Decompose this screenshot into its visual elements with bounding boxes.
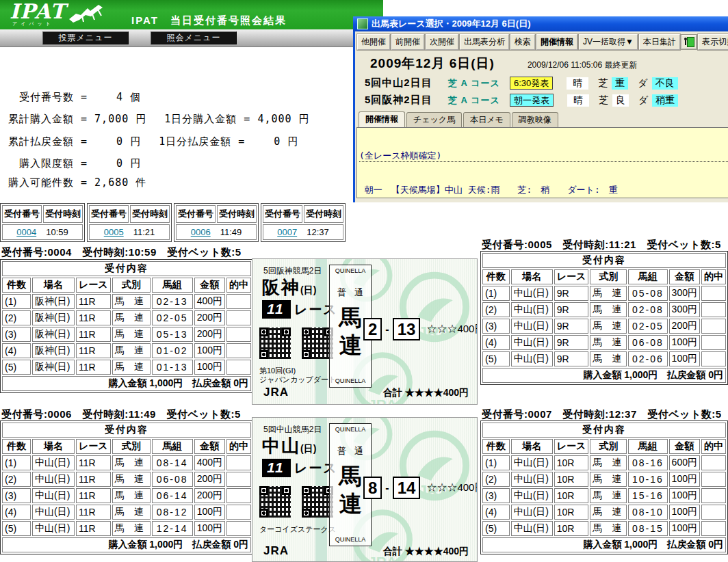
betting-ticket-nakayama: JRA JRA 5回中山競馬2日 中山(日) 11 レース ターコイズステークス… [252,417,478,562]
bet-cell: 中山(日) [32,505,75,520]
receipt-time: 12:37 [307,227,329,237]
bet-cell: 12-14 [152,521,193,536]
bet-cell: 100円 [669,521,700,536]
tab-today-memo[interactable]: 本日メモ [463,112,510,127]
receipt-link-0007[interactable]: 0007 [277,227,297,237]
ticket-race-title: ターコイズステークス [259,525,336,534]
date-heading: 2009年12月 6日(日) [370,55,495,72]
tab-meeting-info[interactable]: 開催情報 [359,111,405,127]
toolbar-jv-batch-button[interactable]: JV一括取得▼ [579,34,638,50]
bet-cell: 馬 連 [112,310,151,325]
bet-cell: 100円 [194,360,225,375]
bet-section-header-0007: 受付番号:0007 受付時刻:12:37 受付ベット数:5 [482,408,722,421]
bet-footer-totals: 購入金額 1,000円 払戻金額 0円 [2,537,251,552]
bet-cell [226,343,251,358]
col-horse-combo: 馬組 [628,269,668,284]
bet-cell: (4) [2,505,31,520]
meeting-info-panel[interactable]: (全レース枠順確定) 朝一 【天候馬場】中山 天候:雨 芝: 稍 ダート: 重 … [356,127,728,198]
bet-cell: 馬 連 [112,488,151,503]
tab-training-video[interactable]: 調教映像 [512,112,558,127]
col-count: 件数 [482,439,510,454]
bet-row: (2)中山(日)10R馬 連10-16100円 [482,472,726,487]
toolbar-next-meeting-button[interactable]: 次開催 [426,34,458,50]
bet-cell: 馬 連 [590,351,627,366]
vote-menu-button[interactable]: 投票メニュー [42,31,129,44]
receipt-link-0004[interactable]: 0004 [16,227,36,237]
inquiry-menu-button[interactable]: 照会メニュー [151,31,237,44]
bet-cell [701,335,726,350]
bet-cell: 100円 [194,505,225,520]
bet-cell: (4) [2,343,31,358]
bet-cell [226,310,251,325]
info-line: (全レース枠順確定) [359,150,728,162]
qr-code [259,327,291,359]
bet-cell [701,351,726,366]
toolbar-today-total-button[interactable]: 本日集計 [639,34,680,50]
col-hit: 的中 [226,278,251,293]
bet-cell [226,294,251,309]
receipt-time: 11:49 [220,227,242,237]
ticket-amount: ☆☆☆400円 [426,323,478,336]
toolbar-other-meeting-button[interactable]: 他開催 [357,34,390,50]
bet-cell [701,286,726,301]
col-race: レース [76,439,111,454]
bet-cell: 10R [554,505,589,520]
ipat-header: IPAT アイパット IPAT 当日受付番号照会結果 [0,0,383,29]
receipt-link-0006[interactable]: 0006 [191,227,211,237]
bet-type-kanji: 連 [339,333,362,357]
toolbar-search-button[interactable]: 検索 [510,34,535,50]
window-title: 出馬表レース選択・2009年12月 6日(日) [372,18,531,30]
exit-door-icon[interactable] [681,35,697,49]
horse-number: 8 [363,477,382,499]
col-horse-combo: 馬組 [152,278,193,293]
bet-cell [226,360,251,375]
turf-label: 芝 [598,77,608,90]
bet-section-header-0005: 受付番号:0005 受付時刻:11:21 受付ベット数:5 [482,239,721,252]
bet-cell: 05-13 [152,327,193,342]
col-receipt-number: 受付番号 [2,205,42,223]
tab-check-horse[interactable]: チェック馬 [406,112,462,127]
toolbar-display-switch-button[interactable]: 表示切換 [698,34,728,50]
col-bet-type: 式別 [112,439,151,454]
bet-row: (5)中山(日)10R馬 連08-15100円 [482,521,726,536]
col-receipt-number: 受付番号 [89,205,129,223]
bet-cell: 11R [76,455,111,470]
bet-cell: (3) [2,488,31,503]
col-horse-combo: 馬組 [628,439,668,454]
info-line: 朝一 【天候馬場】中山 天候:雨 芝: 稍 ダート: 重 [359,185,728,196]
receipt-time: 10:59 [46,227,68,237]
bet-cell: 11R [76,505,111,520]
toolbar-racecard-analysis-button[interactable]: 出馬表分析 [460,34,509,50]
bet-cell: 100円 [669,472,700,487]
bet-cell: 100円 [194,343,225,358]
bet-cell: 10R [554,472,589,487]
toolbar-meeting-info-button[interactable]: 開催情報 [536,34,577,50]
window-body: 他開催 前開催 次開催 出馬表分析 検索 開催情報 JV一括取得▼ 本日集計 表… [353,31,728,202]
meeting-course: 芝 A コース [448,94,506,107]
bet-cell: 馬 連 [590,472,627,487]
receipt-link-0005[interactable]: 0005 [104,227,124,237]
bet-cell [701,302,726,317]
bet-cell: 馬 連 [112,294,151,309]
bet-cell: 400円 [194,294,225,309]
bet-cell: 9R [554,319,589,334]
bet-cell: (1) [2,294,31,309]
announce-badge: 朝一発表 [510,94,554,107]
bet-cell: 阪神(日) [32,310,75,325]
bet-cell: 100円 [194,521,225,536]
ticket-combination: 8 - 14 ☆☆☆400円 [363,477,478,499]
horse-number: 14 [393,477,421,499]
bet-cell: 11R [76,472,111,487]
ticket-day: (日) [300,284,316,295]
ticket-amount: ☆☆☆400円 [426,481,478,494]
toolbar-prev-meeting-button[interactable]: 前開催 [391,34,424,50]
bet-cell: 中山(日) [511,455,553,470]
bet-cell: 中山(日) [511,319,553,334]
window-titlebar[interactable]: 出馬表レース選択・2009年12月 6日(日) [353,16,728,31]
ticket-course-name: 阪神 [262,277,300,297]
dirt-label: ダ [638,94,648,107]
bet-cell: (5) [2,521,31,536]
ticket-race-title-line: ターコイズステークス [259,525,336,534]
dirt-label: ダ [638,77,647,90]
betting-ticket-hanshin: JRA JRA 5回阪神競馬2日 阪神(日) 11 レース 第10回(GI) ジ… [252,258,478,405]
